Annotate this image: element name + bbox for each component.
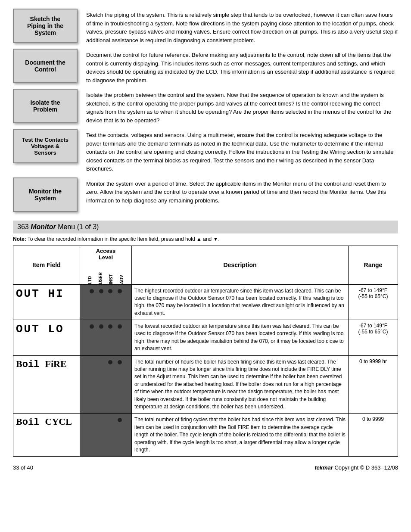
header-description: Description bbox=[132, 246, 349, 284]
dot-2 bbox=[99, 324, 103, 329]
step-text-sketch: Sketch the piping of the system. This is… bbox=[86, 9, 398, 44]
page: Sketch thePiping in theSystem Sketch the… bbox=[0, 0, 411, 479]
dot-3 bbox=[108, 360, 112, 364]
header-item-field: Item Field bbox=[13, 246, 80, 284]
access-dots-boil-fire bbox=[80, 355, 132, 414]
dot-1 bbox=[90, 324, 94, 329]
access-label-inst: INST bbox=[109, 274, 113, 284]
footer-brand-copyright: tekmar Copyright © D 363 -12/08 bbox=[314, 464, 398, 471]
range-boil-fire: 0 to 9999 hr bbox=[349, 355, 398, 414]
step-text-monitor: Monitor the system over a period of time… bbox=[86, 177, 398, 205]
steps-container: Sketch thePiping in theSystem Sketch the… bbox=[13, 9, 398, 216]
dot-3 bbox=[108, 324, 112, 329]
desc-out-lo: The lowest recorded outdoor air temperat… bbox=[132, 320, 349, 356]
table-row-out-hi: OUT HI The highest recorded outdoor air … bbox=[13, 284, 398, 320]
header-range: Range bbox=[349, 246, 398, 284]
range-out-hi: -67 to 149°F(-55 to 65°C) bbox=[349, 284, 398, 320]
monitor-menu-header: 363 Monitor Menu (1 of 3) bbox=[13, 221, 398, 233]
step-row-document: Document theControl Document the control… bbox=[13, 49, 398, 84]
footer-page: 33 of 40 bbox=[13, 464, 33, 471]
item-display-out-hi: OUT HI bbox=[16, 287, 64, 300]
access-diagonal-labels: LTD USER INST ADV bbox=[80, 261, 131, 284]
step-label-monitor: Monitor theSystem bbox=[29, 188, 62, 202]
range-boil-cycl: 0 to 9999 bbox=[349, 414, 398, 457]
footer: 33 of 40 tekmar Copyright © D 363 -12/08 bbox=[13, 463, 398, 471]
table-header-row: Item Field AccessLevel LTD USER INST ADV… bbox=[13, 246, 398, 284]
access-label-ltd: LTD bbox=[87, 276, 92, 284]
item-field-boil-fire: Boil FiRE bbox=[13, 355, 80, 414]
dot-empty-3 bbox=[108, 418, 112, 422]
step-label-sketch: Sketch thePiping in theSystem bbox=[27, 16, 63, 36]
dot-empty-2 bbox=[99, 418, 103, 422]
step-button-isolate[interactable]: Isolate theProblem bbox=[13, 89, 78, 123]
step-text-isolate: Isolate the problem between the control … bbox=[86, 89, 398, 124]
monitor-title-bold: Monitor bbox=[31, 223, 56, 230]
dots-out-lo bbox=[83, 323, 129, 330]
item-field-boil-cycl: Boil CYCL bbox=[13, 414, 80, 457]
note-text: To clear the recorded information in the… bbox=[28, 236, 220, 242]
monitor-table: Item Field AccessLevel LTD USER INST ADV… bbox=[13, 246, 398, 457]
step-button-test[interactable]: Test the ContactsVoltages &Sensors bbox=[13, 129, 78, 163]
dot-3 bbox=[108, 289, 112, 293]
desc-boil-fire: The total number of hours the boiler has… bbox=[132, 355, 349, 414]
dots-boil-fire bbox=[83, 358, 129, 366]
dot-4 bbox=[118, 289, 122, 293]
footer-copyright: Copyright © D 363 -12/08 bbox=[334, 464, 398, 471]
footer-brand: tekmar bbox=[314, 464, 333, 471]
dots-boil-cycl bbox=[83, 416, 129, 424]
step-row-test: Test the ContactsVoltages &Sensors Test … bbox=[13, 129, 398, 173]
dot-1 bbox=[90, 289, 94, 293]
access-label-user: USER bbox=[98, 272, 103, 284]
step-row-monitor: Monitor theSystem Monitor the system ove… bbox=[13, 177, 398, 212]
dot-4 bbox=[118, 418, 122, 422]
dot-2 bbox=[99, 289, 103, 293]
step-row-isolate: Isolate theProblem Isolate the problem b… bbox=[13, 89, 398, 124]
dot-4 bbox=[118, 324, 122, 329]
dot-empty-2 bbox=[99, 360, 103, 364]
step-text-document: Document the control for future referenc… bbox=[86, 49, 398, 84]
step-text-test: Test the contacts, voltages and sensors.… bbox=[86, 129, 398, 173]
access-level-title: AccessLevel bbox=[80, 246, 131, 261]
access-dots-boil-cycl bbox=[80, 414, 132, 457]
dot-4 bbox=[118, 360, 122, 364]
header-access-level: AccessLevel LTD USER INST ADV bbox=[80, 246, 132, 284]
dots-out-hi bbox=[83, 287, 129, 295]
table-row-boil-cycl: Boil CYCL The total number of firing cyc… bbox=[13, 414, 398, 457]
table-row-out-lo: OUT LO The lowest recorded outdoor air t… bbox=[13, 320, 398, 356]
dot-empty-1 bbox=[90, 360, 94, 364]
step-button-sketch[interactable]: Sketch thePiping in theSystem bbox=[13, 9, 78, 43]
item-display-boil-fire: Boil FiRE bbox=[16, 358, 67, 369]
step-label-test: Test the ContactsVoltages &Sensors bbox=[22, 137, 68, 156]
step-button-monitor[interactable]: Monitor theSystem bbox=[13, 177, 78, 212]
desc-out-hi: The highest recorded outdoor air tempera… bbox=[132, 284, 349, 320]
item-field-out-hi: OUT HI bbox=[13, 284, 80, 320]
range-out-lo: -67 to 149°F(-55 to 65°C) bbox=[349, 320, 398, 356]
note-line: Note: To clear the recorded information … bbox=[13, 236, 398, 242]
access-dots-out-lo bbox=[80, 320, 132, 356]
step-label-document: Document theControl bbox=[25, 59, 65, 73]
note-label: Note: bbox=[13, 236, 26, 242]
item-display-boil-cycl: Boil CYCL bbox=[16, 416, 72, 427]
desc-boil-cycl: The total number of firing cycles that t… bbox=[132, 414, 349, 457]
access-label-adv: ADV bbox=[119, 275, 124, 284]
step-label-isolate: Isolate theProblem bbox=[30, 99, 60, 113]
dot-empty-1 bbox=[90, 418, 94, 422]
step-button-document[interactable]: Document theControl bbox=[13, 49, 78, 83]
step-row-sketch: Sketch thePiping in theSystem Sketch the… bbox=[13, 9, 398, 44]
table-row-boil-fire: Boil FiRE The total number of hours the … bbox=[13, 355, 398, 414]
access-dots-out-hi bbox=[80, 284, 132, 320]
item-display-out-lo: OUT LO bbox=[16, 323, 64, 336]
item-field-out-lo: OUT LO bbox=[13, 320, 80, 356]
